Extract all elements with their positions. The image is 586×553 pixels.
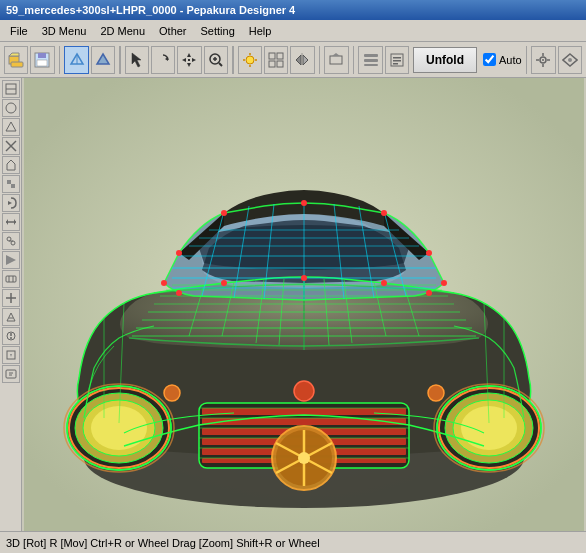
svg-point-153 (426, 290, 432, 296)
sidebar-btn-10[interactable] (2, 251, 20, 269)
sidebar-btn-8[interactable] (2, 213, 20, 231)
svg-rect-115 (202, 408, 406, 415)
menu-setting[interactable]: Setting (195, 23, 241, 39)
title-text: 59_mercedes+300sl+LHPR_0000 - Pepakura D… (6, 4, 295, 16)
open-button[interactable] (4, 46, 28, 74)
svg-marker-13 (182, 58, 186, 62)
auto-label[interactable]: Auto (499, 54, 522, 66)
separator-3 (232, 46, 234, 74)
svg-marker-61 (6, 219, 8, 225)
svg-marker-14 (192, 58, 196, 62)
sidebar-btn-12[interactable] (2, 289, 20, 307)
sidebar-btn-16[interactable] (2, 365, 20, 383)
svg-point-152 (176, 290, 182, 296)
svg-rect-36 (364, 64, 378, 66)
info-button[interactable] (385, 46, 409, 74)
menu-2d[interactable]: 2D Menu (94, 23, 151, 39)
svg-rect-26 (277, 53, 283, 59)
svg-point-51 (6, 103, 16, 113)
toolbar: Unfold Auto (0, 42, 586, 78)
wireframe-button[interactable] (64, 46, 88, 74)
zoom-button[interactable] (204, 46, 228, 74)
svg-point-132 (298, 452, 310, 464)
svg-rect-66 (6, 276, 16, 282)
sidebar-btn-4[interactable] (2, 137, 20, 155)
menu-help[interactable]: Help (243, 23, 278, 39)
svg-rect-15 (188, 59, 190, 61)
auto-checkbox[interactable] (483, 53, 496, 66)
separator-5 (353, 46, 355, 74)
grid-button[interactable] (264, 46, 288, 74)
svg-marker-71 (7, 313, 15, 321)
svg-point-168 (428, 385, 444, 401)
light-button[interactable] (238, 46, 262, 74)
svg-line-17 (219, 63, 222, 66)
front-view-button[interactable] (324, 46, 348, 74)
svg-point-167 (164, 385, 180, 401)
svg-marker-12 (187, 63, 191, 67)
unfold-button[interactable]: Unfold (413, 47, 477, 73)
sidebar-btn-6[interactable] (2, 175, 20, 193)
svg-point-63 (11, 241, 15, 245)
sidebar-btn-14[interactable] (2, 327, 20, 345)
svg-marker-60 (14, 219, 16, 225)
svg-rect-38 (393, 57, 401, 59)
solid-button[interactable] (91, 46, 115, 74)
svg-marker-8 (97, 54, 109, 64)
main-area (0, 78, 586, 531)
statusbar: 3D [Rot] R [Mov] Ctrl+R or Wheel Drag [Z… (0, 531, 586, 553)
settings-button[interactable] (358, 46, 382, 74)
menu-other[interactable]: Other (153, 23, 193, 39)
svg-marker-55 (7, 160, 15, 170)
svg-marker-33 (332, 53, 340, 56)
save-button[interactable] (30, 46, 54, 74)
left-sidebar (0, 78, 22, 531)
svg-point-42 (542, 59, 544, 61)
menu-3d[interactable]: 3D Menu (36, 23, 93, 39)
maximize-button[interactable] (558, 46, 582, 74)
svg-rect-39 (393, 60, 401, 62)
svg-marker-1 (9, 53, 19, 56)
svg-marker-52 (6, 122, 16, 131)
svg-point-150 (221, 280, 227, 286)
svg-rect-57 (11, 184, 15, 188)
svg-marker-30 (303, 55, 308, 65)
sidebar-btn-7[interactable] (2, 194, 20, 212)
svg-point-75 (10, 337, 12, 339)
flip-button[interactable] (290, 46, 314, 74)
3d-viewport[interactable] (22, 78, 586, 531)
sidebar-btn-13[interactable] (2, 308, 20, 326)
svg-point-155 (426, 250, 432, 256)
separator-6 (526, 46, 528, 74)
svg-rect-25 (269, 53, 275, 59)
svg-rect-40 (393, 63, 398, 65)
svg-marker-29 (296, 55, 301, 65)
separator-1 (59, 46, 61, 74)
svg-point-20 (246, 56, 254, 64)
select-button[interactable] (125, 46, 149, 74)
svg-rect-2 (11, 62, 23, 67)
svg-rect-116 (202, 418, 406, 425)
menu-file[interactable]: File (4, 23, 34, 39)
separator-4 (319, 46, 321, 74)
svg-point-157 (221, 210, 227, 216)
sidebar-btn-3[interactable] (2, 118, 20, 136)
settings2-button[interactable] (531, 46, 555, 74)
move-button[interactable] (177, 46, 201, 74)
svg-point-48 (568, 58, 572, 62)
svg-marker-58 (8, 201, 12, 205)
sidebar-btn-1[interactable] (2, 80, 20, 98)
sidebar-btn-11[interactable] (2, 270, 20, 288)
svg-point-159 (161, 280, 167, 286)
svg-marker-9 (132, 53, 141, 67)
sidebar-btn-5[interactable] (2, 156, 20, 174)
svg-marker-10 (165, 57, 168, 61)
sidebar-btn-2[interactable] (2, 99, 20, 117)
auto-checkbox-container: Auto (483, 53, 522, 66)
sidebar-btn-9[interactable] (2, 232, 20, 250)
sidebar-btn-15[interactable] (2, 346, 20, 364)
rotate-button[interactable] (151, 46, 175, 74)
svg-point-151 (381, 280, 387, 286)
titlebar: 59_mercedes+300sl+LHPR_0000 - Pepakura D… (0, 0, 586, 20)
svg-rect-32 (330, 56, 342, 64)
